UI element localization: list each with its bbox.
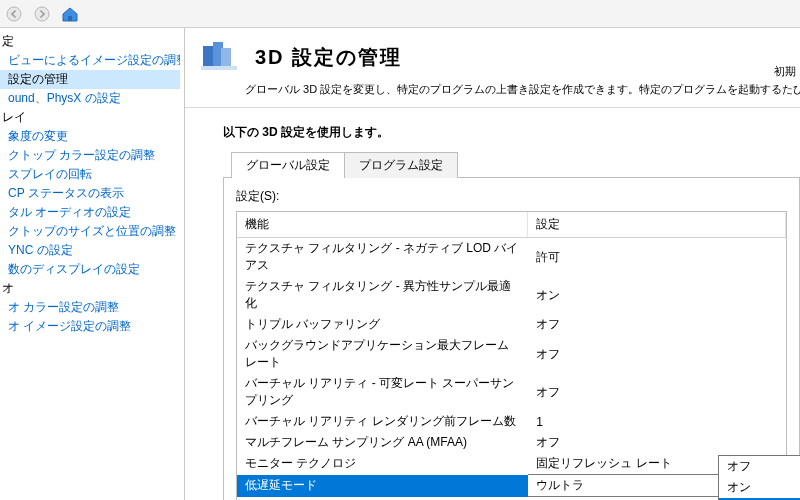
page-description: グローバル 3D 設定を変更し、特定のプログラムの上書き設定を作成できます。特定…: [185, 82, 800, 107]
value-cell[interactable]: オン: [528, 276, 786, 314]
tab-program[interactable]: プログラム設定: [344, 152, 458, 178]
feature-cell: マルチフレーム サンプリング AA (MFAA): [237, 432, 528, 453]
value-cell[interactable]: オフ: [528, 373, 786, 411]
feature-cell: トリプル バッファリング: [237, 314, 528, 335]
sidebar-heading: レイ: [0, 108, 180, 127]
table-row[interactable]: 優先的に使用するリフレッシュ レート (Acer KG251Q)オフ: [237, 497, 786, 501]
back-icon[interactable]: [4, 4, 24, 24]
table-row[interactable]: バーチャル リアリティ レンダリング前フレーム数1: [237, 411, 786, 432]
settings-grid: 機能 設定 テクスチャ フィルタリング - ネガティブ LOD バイアス許可テク…: [236, 211, 787, 500]
table-row[interactable]: テクスチャ フィルタリング - ネガティブ LOD バイアス許可: [237, 238, 786, 277]
sidebar-item[interactable]: YNC の設定: [0, 241, 180, 260]
sidebar: 定ビューによるイメージ設定の調整設定の管理ound、PhysX の設定レイ象度の…: [0, 28, 185, 500]
sidebar-item[interactable]: オ イメージ設定の調整: [0, 317, 180, 336]
svg-point-0: [7, 7, 21, 21]
sidebar-item[interactable]: ound、PhysX の設定: [0, 89, 180, 108]
sidebar-item[interactable]: ビューによるイメージ設定の調整: [0, 51, 180, 70]
feature-cell: バーチャル リアリティ レンダリング前フレーム数: [237, 411, 528, 432]
sidebar-heading: 定: [0, 32, 180, 51]
value-cell[interactable]: オフ: [528, 432, 786, 453]
sidebar-item[interactable]: クトップのサイズと位置の調整: [0, 222, 180, 241]
feature-cell: 優先的に使用するリフレッシュ レート (Acer KG251Q): [237, 497, 528, 501]
feature-cell: バックグラウンドアプリケーション最大フレームレート: [237, 335, 528, 373]
sidebar-item[interactable]: スプレイの回転: [0, 165, 180, 184]
column-feature[interactable]: 機能: [237, 212, 528, 238]
sidebar-item[interactable]: タル オーディオの設定: [0, 203, 180, 222]
settings-label: 設定(S):: [236, 188, 787, 205]
settings-3d-icon: [199, 38, 243, 76]
table-row[interactable]: バックグラウンドアプリケーション最大フレームレートオフ: [237, 335, 786, 373]
feature-cell: バーチャル リアリティ - 可変レート スーパーサンプリング: [237, 373, 528, 411]
page-header: 3D 設定の管理: [185, 28, 800, 82]
forward-icon[interactable]: [32, 4, 52, 24]
sidebar-heading: オ: [0, 279, 180, 298]
panel-title: 以下の 3D 設定を使用します。: [223, 118, 800, 151]
sidebar-item[interactable]: 象度の変更: [0, 127, 180, 146]
toolbar: [0, 0, 800, 28]
feature-cell: 低遅延モード: [237, 475, 528, 497]
table-row[interactable]: 低遅延モードウルトラ▾: [237, 475, 786, 497]
dropdown-option[interactable]: オン: [719, 477, 800, 498]
sidebar-item[interactable]: 設定の管理: [0, 70, 180, 89]
feature-cell: テクスチャ フィルタリング - ネガティブ LOD バイアス: [237, 238, 528, 277]
tab-body: 設定(S): 機能 設定 テクスチャ フィルタリング - ネガティブ LOD バ…: [223, 177, 800, 500]
sidebar-item[interactable]: 数のディスプレイの設定: [0, 260, 180, 279]
home-icon[interactable]: [60, 4, 80, 24]
tabs: グローバル設定 プログラム設定: [231, 151, 800, 177]
table-row[interactable]: テクスチャ フィルタリング - 異方性サンプル最適化オン: [237, 276, 786, 314]
value-cell[interactable]: 許可: [528, 238, 786, 277]
column-value[interactable]: 設定: [528, 212, 786, 238]
table-row[interactable]: モニター テクノロジ固定リフレッシュ レート: [237, 453, 786, 475]
value-cell[interactable]: 1: [528, 411, 786, 432]
value-cell[interactable]: オフ: [528, 335, 786, 373]
svg-rect-2: [68, 16, 72, 21]
tab-global[interactable]: グローバル設定: [231, 152, 345, 178]
restore-defaults-link[interactable]: 初期: [774, 64, 796, 79]
page-title: 3D 設定の管理: [255, 44, 402, 71]
feature-cell: テクスチャ フィルタリング - 異方性サンプル最適化: [237, 276, 528, 314]
divider: [185, 107, 800, 108]
content-area: 3D 設定の管理 初期 グローバル 3D 設定を変更し、特定のプログラムの上書き…: [185, 28, 800, 500]
sidebar-item[interactable]: クトップ カラー設定の調整: [0, 146, 180, 165]
sidebar-item[interactable]: CP ステータスの表示: [0, 184, 180, 203]
table-row[interactable]: トリプル バッファリングオフ: [237, 314, 786, 335]
dropdown-popup[interactable]: オフオンウルトラ: [718, 455, 800, 500]
sidebar-item[interactable]: オ カラー設定の調整: [0, 298, 180, 317]
table-row[interactable]: バーチャル リアリティ - 可変レート スーパーサンプリングオフ: [237, 373, 786, 411]
value-cell[interactable]: オフ: [528, 314, 786, 335]
feature-cell: モニター テクノロジ: [237, 453, 528, 475]
svg-rect-5: [221, 48, 231, 68]
table-row[interactable]: マルチフレーム サンプリング AA (MFAA)オフ: [237, 432, 786, 453]
svg-rect-6: [201, 66, 237, 70]
dropdown-option[interactable]: オフ: [719, 456, 800, 477]
svg-point-1: [35, 7, 49, 21]
